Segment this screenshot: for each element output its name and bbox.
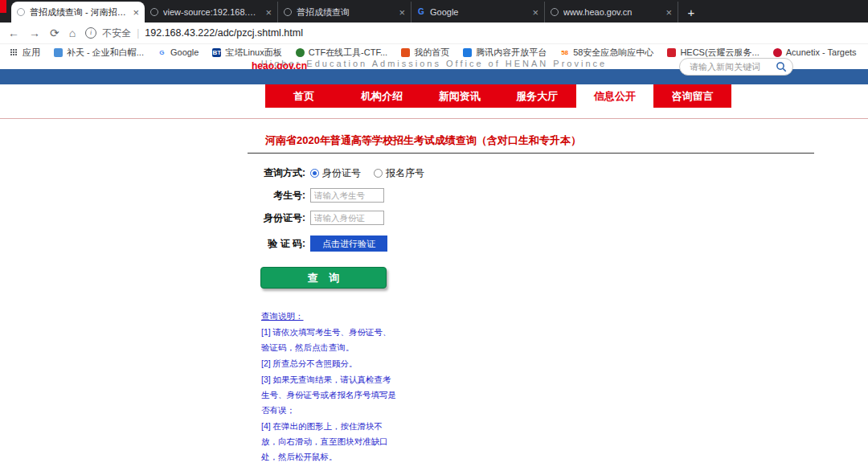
- tab-title: view-source:192.168.43.222/ad: [163, 7, 260, 17]
- nav-item[interactable]: 机构介绍: [343, 84, 421, 108]
- bookmark-label: HECS(云耀云服务...: [680, 47, 759, 59]
- browser-tab[interactable]: 普招成绩查询 - 河南招生办公室 ×: [11, 2, 145, 23]
- id-number-input[interactable]: [310, 211, 384, 225]
- tab-close-icon[interactable]: ×: [532, 7, 538, 18]
- tab-close-icon[interactable]: ×: [665, 7, 672, 18]
- notes-list: [1] 请依次填写考生号、身份证号、验证码，然后点击查询。[2] 所查总分不含照…: [261, 325, 396, 465]
- captcha-label: 验 证 码:: [256, 237, 305, 251]
- bookmark-favicon-icon: [401, 48, 410, 57]
- bookmark-label: CTF在线工具-CTF...: [309, 47, 387, 59]
- tab-close-icon[interactable]: ×: [399, 7, 405, 18]
- news-search-box[interactable]: [679, 58, 793, 76]
- radio-label: 报名序号: [386, 166, 424, 180]
- bookmark-favicon-icon: [667, 48, 676, 57]
- bookmark-favicon-icon: [773, 48, 782, 57]
- bookmark-item[interactable]: BT 宝塔Linux面板: [212, 47, 281, 59]
- query-submit-button[interactable]: 查 询: [260, 267, 387, 289]
- address-bar[interactable]: i 不安全 | 192.168.43.222/adc/pzcj.shtml.ht…: [85, 27, 860, 40]
- bookmark-favicon-icon: 58: [560, 48, 569, 57]
- note-line: [1] 请依次填写考生号、身份证号、验证码，然后点击查询。: [261, 325, 396, 355]
- tab-close-icon[interactable]: ×: [265, 7, 272, 18]
- nav-item[interactable]: 新闻资讯: [420, 84, 498, 108]
- nav-item[interactable]: 咨询留言: [653, 84, 731, 108]
- back-button[interactable]: ←: [8, 27, 19, 39]
- query-method-label: 查询方式:: [256, 166, 305, 180]
- browser-tab[interactable]: view-source:192.168.43.222/ad ×: [145, 2, 278, 23]
- id-number-label: 身份证号:: [256, 211, 305, 225]
- tab-title: 普招成绩查询 - 河南招生办公室: [30, 6, 128, 18]
- nav-item[interactable]: 首页: [265, 84, 343, 108]
- id-number-row: 身份证号:: [256, 211, 384, 225]
- exam-id-row: 考生号:: [256, 188, 384, 203]
- bookmark-favicon-icon: [10, 48, 18, 57]
- tab-title: Google: [430, 7, 527, 17]
- bookmark-item[interactable]: 58 58安全应急响应中心: [560, 47, 653, 59]
- bookmark-favicon-icon: [54, 48, 63, 57]
- tab-title: www.heao.gov.cn: [563, 7, 661, 17]
- tab-favicon-icon: [17, 8, 25, 16]
- tab-favicon-icon: [284, 8, 292, 16]
- nav-item[interactable]: 信息公开: [576, 84, 654, 108]
- bookmark-label: Acunetix - Targets: [786, 47, 857, 57]
- browser-window: 普招成绩查询 - 河南招生办公室 × view-source:192.168.4…: [0, 0, 868, 471]
- bookmark-favicon-icon: [296, 48, 305, 57]
- note-line: [3] 如果无查询结果，请认真检查考生号、身份证号或者报名序号填写是否有误；: [261, 372, 396, 418]
- exam-id-label: 考生号:: [256, 189, 305, 203]
- bookmark-favicon-icon: G: [158, 48, 166, 57]
- note-line: [2] 所查总分不含照顾分。: [261, 356, 396, 371]
- bookmark-item[interactable]: Acunetix - Targets: [773, 47, 857, 57]
- captcha-row: 验 证 码: 点击进行验证: [256, 236, 387, 252]
- radio-option[interactable]: 报名序号: [374, 166, 424, 180]
- bookmark-label: 58安全应急响应中心: [573, 47, 653, 59]
- bookmark-item[interactable]: CTF在线工具-CTF...: [296, 47, 387, 59]
- tabs: 普招成绩查询 - 河南招生办公室 × view-source:192.168.4…: [11, 0, 678, 23]
- new-tab-button[interactable]: +: [682, 2, 701, 22]
- browser-toolbar: ← → ⟳ ⌂ i 不安全 | 192.168.43.222/adc/pzcj.…: [0, 23, 868, 44]
- radio-group: 身份证号 报名序号: [310, 166, 424, 180]
- bookmark-label: 应用: [23, 47, 40, 59]
- bookmark-item[interactable]: 应用: [10, 47, 40, 59]
- captcha-button[interactable]: 点击进行验证: [310, 236, 387, 252]
- query-notes: 查询说明： [1] 请依次填写考生号、身份证号、验证码，然后点击查询。[2] 所…: [261, 309, 396, 465]
- bookmark-label: 补天 - 企业和白帽...: [67, 47, 144, 59]
- forward-button[interactable]: →: [29, 27, 40, 39]
- tab-favicon-icon: [551, 8, 559, 16]
- browser-tab[interactable]: 普招成绩查询 ×: [278, 2, 411, 23]
- notes-title: 查询说明：: [261, 309, 396, 324]
- bookmark-item[interactable]: HECS(云耀云服务...: [667, 47, 759, 59]
- radio-icon[interactable]: [310, 169, 319, 178]
- info-icon[interactable]: i: [85, 27, 96, 39]
- bookmark-label: 腾讯内容开放平台: [476, 47, 547, 59]
- exam-id-input[interactable]: [310, 188, 384, 203]
- security-label[interactable]: 不安全: [102, 27, 131, 40]
- bookmark-item[interactable]: 我的首页: [401, 47, 449, 59]
- omnibox-divider: |: [137, 27, 139, 39]
- bookmark-item[interactable]: 补天 - 企业和白帽...: [54, 47, 144, 59]
- reload-button[interactable]: ⟳: [50, 27, 59, 39]
- browser-tab[interactable]: Google ×: [411, 2, 545, 23]
- form-title: 河南省2020年普通高等学校招生考试成绩查询（含对口生和专升本）: [265, 133, 581, 148]
- bookmark-item[interactable]: G Google: [158, 47, 199, 57]
- bookmark-item[interactable]: 腾讯内容开放平台: [463, 47, 547, 59]
- url-text[interactable]: 192.168.43.222/adc/pzcj.shtml.html: [145, 27, 303, 39]
- main-nav: 首页机构介绍新闻资讯服务大厅信息公开咨询留言: [265, 84, 731, 108]
- radio-label: 身份证号: [322, 166, 361, 180]
- title-underline: [248, 153, 814, 154]
- bookmark-label: 我的首页: [414, 47, 449, 59]
- query-method-row: 查询方式: 身份证号 报名序号: [256, 166, 424, 179]
- tab-strip: 普招成绩查询 - 河南招生办公室 × view-source:192.168.4…: [0, 0, 868, 23]
- browser-tab[interactable]: www.heao.gov.cn ×: [545, 2, 678, 23]
- bookmark-favicon-icon: BT: [212, 48, 221, 57]
- page-viewport: Higher Education Admissions Office of HE…: [0, 59, 868, 471]
- radio-icon[interactable]: [374, 169, 383, 178]
- nav-item[interactable]: 服务大厅: [498, 84, 576, 108]
- note-line: [4] 在弹出的图形上，按住滑块不放，向右滑动，直至图块对准缺口处，然后松开鼠标…: [261, 419, 396, 465]
- search-icon[interactable]: [776, 61, 788, 73]
- news-search-input[interactable]: [688, 61, 776, 72]
- tab-title: 普招成绩查询: [297, 6, 394, 18]
- tab-close-icon[interactable]: ×: [133, 7, 139, 18]
- bookmark-favicon-icon: [463, 48, 472, 57]
- radio-option[interactable]: 身份证号: [310, 166, 361, 180]
- home-button[interactable]: ⌂: [69, 27, 76, 39]
- screen-edge-artifact: [0, 0, 6, 13]
